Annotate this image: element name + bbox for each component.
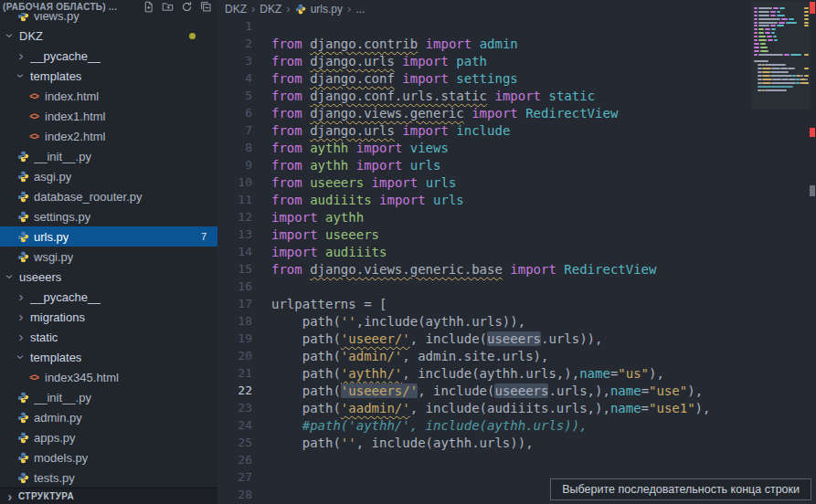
chevron-down-icon: › (16, 71, 26, 80)
code-line-text: import aythh (252, 210, 364, 225)
code-line-text: from django.conf.urls.static import stat… (252, 89, 595, 103)
tree-item-label: templates (30, 69, 81, 83)
breadcrumb-item-symbol[interactable]: ... (355, 3, 365, 16)
tree-item-__pycache__[interactable]: ›__pycache__ (0, 287, 217, 307)
tree-item-label: static (30, 331, 58, 344)
code-editor[interactable]: 12from django.contrib import admin3from … (217, 17, 816, 504)
code-line-10[interactable]: 10from useeers import urls (217, 173, 816, 191)
code-line-15[interactable]: 15from django.views.generic.base import … (217, 260, 816, 278)
python-file-icon (16, 191, 29, 203)
line-number: 25 (217, 436, 252, 449)
tree-item-templates[interactable]: ›templates (0, 66, 217, 86)
code-line-9[interactable]: 9from aythh import urls (217, 156, 816, 173)
breadcrumb-item-folder[interactable]: DKZ (225, 3, 247, 16)
python-file-icon (16, 171, 29, 183)
scrollbar-thumb[interactable] (810, 185, 815, 196)
code-line-20[interactable]: 20 path('admin/', admin.site.urls), (217, 347, 816, 364)
tree-item-apps.py[interactable]: apps.py (0, 427, 217, 447)
tree-item-models.py[interactable]: models.py (0, 447, 217, 467)
tree-item-__pycache__[interactable]: ›__pycache__ (0, 46, 217, 66)
refresh-icon[interactable] (180, 1, 193, 13)
ruler-marker-error (810, 2, 815, 14)
code-line-21[interactable]: 21 path('aythh/', include(aythh.urls,),n… (217, 364, 816, 382)
html-file-icon: <> (27, 91, 40, 101)
tree-item-admin.py[interactable]: admin.py (0, 407, 217, 427)
line-number: 14 (217, 245, 252, 258)
tree-item-urls.py[interactable]: urls.py7 (0, 226, 217, 247)
tree-item-settings.py[interactable]: settings.py (0, 206, 217, 226)
code-line-text: from django.views.generic.base import Re… (252, 262, 656, 277)
code-line-13[interactable]: 13import useeers (217, 226, 816, 243)
collapse-all-icon[interactable] (199, 1, 212, 13)
file-tree: views.py›DKZ›__pycache__›templates<>inde… (0, 5, 217, 488)
code-line-23[interactable]: 23 path('aadmin/', include(audiiits.urls… (217, 399, 816, 416)
tree-item-index1.html[interactable]: <>index1.html (0, 106, 217, 126)
line-number: 4 (217, 71, 252, 85)
tree-item-label: index345.html (45, 371, 119, 384)
code-line-12[interactable]: 12import aythh (217, 208, 816, 226)
code-line-2[interactable]: 2from django.contrib import admin (217, 35, 816, 52)
line-number: 1 (217, 19, 252, 33)
line-number: 22 (217, 383, 252, 397)
tree-item-templates[interactable]: ›templates (0, 347, 217, 367)
code-line-19[interactable]: 19 path('useeer/', include(useeers.urls)… (217, 330, 816, 347)
code-line-8[interactable]: 8from aythh import views (217, 139, 816, 156)
code-line-14[interactable]: 14import audiiits (217, 243, 816, 260)
explorer-section-header[interactable]: (РАБОЧАЯ ОБЛАСТЬ) ... (0, 0, 217, 13)
line-number: 13 (217, 227, 252, 241)
new-folder-icon[interactable] (161, 1, 174, 13)
tree-item-label: DKZ (19, 29, 43, 43)
code-line-17[interactable]: 17urlpatterns = [ (217, 295, 816, 312)
tree-item-migrations[interactable]: ›migrations (0, 307, 217, 327)
breadcrumb: DKZ › DKZ › urls.py › ... (217, 0, 816, 17)
line-number: 16 (217, 279, 252, 293)
breadcrumb-item-file[interactable]: urls.py (311, 3, 343, 16)
code-line-16[interactable]: 16 (217, 278, 816, 295)
tree-item-tests.py[interactable]: tests.py (0, 467, 217, 488)
python-file-icon (16, 151, 29, 163)
tree-item-index.html[interactable]: <>index.html (0, 86, 217, 106)
new-file-icon[interactable] (142, 1, 154, 13)
tree-item-label: __pycache__ (30, 290, 101, 304)
code-line-6[interactable]: 6from django.views.generic import Redire… (217, 104, 816, 121)
minimap[interactable] (752, 2, 811, 110)
line-number: 21 (217, 366, 252, 380)
code-line-11[interactable]: 11from audiiits import urls (217, 191, 816, 208)
tree-item-label: __init__.py (34, 150, 91, 163)
tree-item-DKZ[interactable]: ›DKZ (0, 26, 217, 46)
code-line-22[interactable]: 22 path('useeers/', include(useeers.urls… (217, 382, 816, 399)
tree-item-label: wsgi.py (34, 250, 73, 264)
chevron-right-icon: › (16, 51, 26, 60)
code-line-3[interactable]: 3from django.urls import path (217, 52, 816, 69)
code-line-25[interactable]: 25 path('', include(aythh.urls)), (217, 434, 816, 451)
code-line-26[interactable]: 26 (217, 451, 816, 468)
python-file-icon (16, 412, 29, 424)
tree-item-wsgi.py[interactable]: wsgi.py (0, 247, 217, 267)
tree-item-index345.html[interactable]: <>index345.html (0, 367, 217, 387)
code-line-1[interactable]: 1 (217, 17, 816, 35)
tree-item-static[interactable]: ›static (0, 327, 217, 347)
tree-item-useeers[interactable]: ›useeers (0, 267, 217, 287)
breadcrumb-item-folder[interactable]: DKZ (260, 3, 281, 16)
tree-item-__init__.py[interactable]: __init__.py (0, 387, 217, 407)
code-line-text: from audiiits import urls (252, 193, 464, 207)
outline-section-header[interactable]: › СТРУКТУРА (0, 488, 217, 504)
code-line-18[interactable]: 18 path('',include(aythh.urls)), (217, 312, 816, 330)
line-number: 17 (217, 297, 252, 310)
code-line-4[interactable]: 4from django.conf import settings (217, 69, 816, 87)
tree-item-__init__.py[interactable]: __init__.py (0, 146, 217, 166)
tree-item-label: __init__.py (34, 391, 91, 404)
tree-item-asgi.py[interactable]: asgi.py (0, 166, 217, 186)
tree-item-label: __pycache__ (30, 49, 101, 63)
chevron-right-icon: › (347, 3, 351, 15)
line-number: 7 (217, 123, 252, 137)
tree-item-database_roouter.py[interactable]: database_roouter.py (0, 186, 217, 206)
line-number: 27 (217, 470, 252, 484)
code-line-24[interactable]: 24 #path('aythh/', include(aythh.urls)), (217, 416, 816, 434)
tree-item-index2.html[interactable]: <>index2.html (0, 126, 217, 146)
overview-ruler[interactable] (809, 0, 816, 504)
code-line-5[interactable]: 5from django.conf.urls.static import sta… (217, 87, 816, 104)
code-line-text: #path('aythh/', include(aythh.urls)), (252, 418, 588, 433)
code-line-7[interactable]: 7from django.urls import include (217, 121, 816, 139)
html-file-icon: <> (27, 111, 40, 121)
